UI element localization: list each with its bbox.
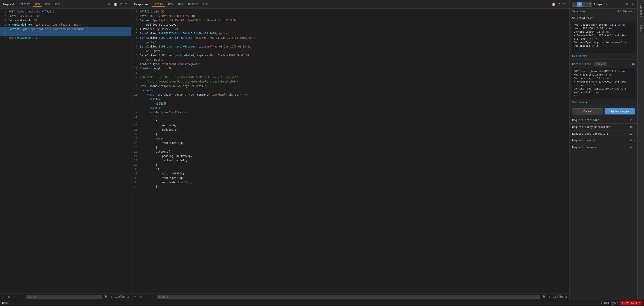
request-line-7: 7 act=send&content=1| bbox=[0, 36, 131, 40]
tab-response-raw[interactable]: Raw bbox=[166, 2, 175, 6]
side-tab-area: Inspector Notes bbox=[638, 0, 644, 300]
response-line-21: 21 padding:0; bbox=[132, 128, 569, 132]
response-search-bar: ? ⚙ ← → 🔍 0 highlights bbox=[132, 294, 569, 300]
request-body-row[interactable]: Request body parameters 2 ▾ bbox=[570, 130, 638, 137]
response-ln-btn[interactable]: ⁋ bbox=[558, 2, 561, 6]
decoded-header: Decoded from: Select ▾ ⊕ bbox=[572, 62, 635, 66]
request-ln-btn[interactable]: ⁋ bbox=[120, 2, 123, 6]
request-tabs: Pretty Raw Hex U2C bbox=[18, 2, 62, 6]
inspector-panel: ☰ ⊞ ≡ ⊟ Inspector ⚙ ✕ Selection 190 (0xb… bbox=[570, 0, 638, 300]
response-line-20: 20 margin:0; bbox=[132, 123, 569, 128]
request-menu-btn[interactable]: ☰ bbox=[124, 2, 128, 6]
tab-request-pretty[interactable]: Pretty bbox=[18, 2, 32, 6]
request-headers-row[interactable]: Request headers 4 ▾ bbox=[570, 144, 638, 151]
request-fwd-btn[interactable]: → bbox=[19, 295, 24, 299]
response-line-8: 8 Set-Cookie: BLUE[user_pwd]=deleted; ex… bbox=[132, 53, 569, 57]
decoded-add-btn[interactable]: ⊕ bbox=[632, 62, 635, 66]
see-more-2[interactable]: See more ▾ bbox=[572, 101, 635, 104]
response-line-1: 1 HTTP/1.1 200 OK bbox=[132, 9, 569, 14]
request-line-6: 6 bbox=[0, 31, 131, 36]
apply-changes-button[interactable]: Apply changes bbox=[604, 108, 635, 114]
action-buttons: Cancel Apply changes bbox=[570, 106, 638, 117]
decoded-select-btn[interactable]: Select ▾ bbox=[594, 62, 608, 66]
response-line-19: 19 *{ bbox=[132, 119, 569, 123]
request-cookies-row[interactable]: Request cookies 0 ▾ bbox=[570, 137, 638, 144]
response-line-18: 18 <!-- bbox=[132, 114, 569, 119]
tab-response-render[interactable]: Render bbox=[186, 2, 200, 6]
request-back-btn[interactable]: ← bbox=[13, 295, 18, 299]
inspector-close-btn[interactable]: ✕ bbox=[631, 2, 635, 6]
response-settings-btn[interactable]: ⚙ bbox=[138, 295, 143, 299]
response-line-7b: GMT; path=/ bbox=[132, 49, 569, 53]
see-more-1[interactable]: See more ▾ bbox=[572, 54, 635, 57]
request-body-label: Request body parameters bbox=[572, 132, 630, 135]
request-tool-1[interactable]: ⊘ bbox=[107, 2, 112, 6]
response-line-2: 2 Date: Thu, 17 Oct 2024 08:11:48 GMT bbox=[132, 14, 569, 18]
request-query-row[interactable]: Request query parameters 0 ▾ bbox=[570, 124, 638, 130]
request-panel: Request Pretty Raw Hex U2C ⊘ 📋 ⁋ ☰ 1 bbox=[0, 0, 132, 300]
response-line-33: 33 margin-bottom:10px; bbox=[132, 180, 569, 185]
selected-text-section: Selected text POST /guest_book.php HTTP/… bbox=[570, 14, 638, 60]
request-query-chevron: ▾ bbox=[634, 126, 635, 128]
tab-request-hex[interactable]: Hex bbox=[43, 2, 52, 6]
response-tools: 📋 ⁋ ☰ bbox=[551, 2, 567, 6]
response-line-6: 6 Set-Cookie: BLUE[user_id]=deleted; exp… bbox=[132, 36, 569, 40]
selected-text-title: Selected text bbox=[572, 17, 635, 20]
response-line-12b: "http://www.w3.org/TR/xhtml1/DTD/xhtml1-… bbox=[132, 79, 569, 84]
request-headers-chevron: ▾ bbox=[634, 146, 635, 149]
request-tools: ⊘ 📋 ⁋ ☰ bbox=[107, 2, 128, 6]
cancel-button[interactable]: Cancel bbox=[572, 108, 603, 114]
response-fwd-btn[interactable]: → bbox=[151, 295, 156, 299]
request-search-input[interactable] bbox=[26, 295, 102, 299]
response-tabs: Pretty Raw Hex Render U2C bbox=[151, 2, 210, 6]
response-search-input[interactable] bbox=[157, 295, 540, 299]
response-line-9: 9 Content-Type: text/html;charset=gb2312 bbox=[132, 62, 569, 66]
request-attributes-row[interactable]: Request attributes 2 ▾ bbox=[570, 117, 638, 124]
request-copy-btn[interactable]: 📋 bbox=[113, 2, 118, 6]
chevron-down-icon-2: ▾ bbox=[604, 63, 606, 65]
view-btn-grid[interactable]: ⊞ bbox=[577, 2, 582, 6]
side-tab-notes[interactable]: Notes bbox=[638, 23, 643, 34]
request-line-5: 5 Content-Type: application/x-www-form-u… bbox=[0, 27, 131, 31]
response-menu-btn[interactable]: ☰ bbox=[562, 2, 567, 6]
response-line-10: 10 Content-Length: 1476 bbox=[132, 66, 569, 71]
tab-request-raw[interactable]: Raw bbox=[33, 2, 42, 6]
request-settings-btn[interactable]: ⚙ bbox=[7, 295, 12, 299]
request-search-btn[interactable]: 🔍 bbox=[104, 295, 109, 299]
response-search-btn[interactable]: 🔍 bbox=[542, 295, 547, 299]
response-header: Response Pretty Raw Hex Render U2C 📋 ⁋ ☰ bbox=[132, 0, 569, 8]
side-tab-inspector[interactable]: Inspector bbox=[638, 2, 643, 19]
request-cookies-chevron: ▾ bbox=[634, 139, 635, 142]
selection-chevron: ▲ bbox=[634, 10, 635, 13]
response-line-5: 5 Set-Cookie: PHPSESSID=6kgti50m345r81b8… bbox=[132, 31, 569, 36]
request-search-bar: ? ⚙ ← → 🔍 0 highlights bbox=[0, 294, 131, 300]
inspector-view-btns: ☰ ⊞ ≡ ⊟ bbox=[572, 2, 592, 6]
response-highlights: 0 highlights bbox=[548, 295, 568, 298]
chevron-down-icon-3: ▾ bbox=[586, 101, 587, 104]
response-line-12: 12 <!DOCTYPE html PUBLIC "-//W3C//DTD XH… bbox=[132, 75, 569, 79]
inspector-settings-btn[interactable]: ⚙ bbox=[625, 2, 629, 6]
response-line-3: 3 Server: Apache/2.4.39 (Win64) OpenSSL/… bbox=[132, 18, 569, 22]
response-line-4: 4 X-Powered-By: PHP/5.3.29 bbox=[132, 27, 569, 31]
tab-response-hex[interactable]: Hex bbox=[176, 2, 185, 6]
request-line-2: 2 Host: 192.168.1.9:86 bbox=[0, 14, 131, 18]
tab-request-u2c[interactable]: U2C bbox=[53, 2, 62, 6]
response-back-btn[interactable]: ← bbox=[144, 295, 150, 299]
tab-response-pretty[interactable]: Pretty bbox=[151, 2, 165, 6]
request-line-3: 3 Content-Length: 18 bbox=[0, 18, 131, 22]
request-code-area[interactable]: 1 POST /guest_book.php HTTP/1.1 2 Host: … bbox=[0, 8, 131, 294]
view-btn-list[interactable]: ☰ bbox=[572, 2, 577, 6]
tab-response-u2c[interactable]: U2C bbox=[201, 2, 210, 6]
response-copy-btn[interactable]: 📋 bbox=[551, 2, 556, 6]
selection-value: 190 (0xbe) bbox=[616, 10, 632, 13]
request-body-count: 2 bbox=[630, 132, 632, 135]
request-help-btn[interactable]: ? bbox=[2, 295, 6, 299]
request-headers-count: 4 bbox=[630, 146, 632, 149]
response-help-btn[interactable]: ? bbox=[133, 295, 137, 299]
response-line-24: 24 font-size:12px; bbox=[132, 141, 569, 145]
response-code-area[interactable]: 1 HTTP/1.1 200 OK 2 Date: Thu, 17 Oct 20… bbox=[132, 8, 569, 294]
view-btn-align[interactable]: ≡ bbox=[582, 2, 587, 6]
view-btn-split[interactable]: ⊟ bbox=[587, 2, 592, 6]
response-line-14: 14 <head> bbox=[132, 88, 569, 93]
response-line-22: 22 } bbox=[132, 132, 569, 136]
